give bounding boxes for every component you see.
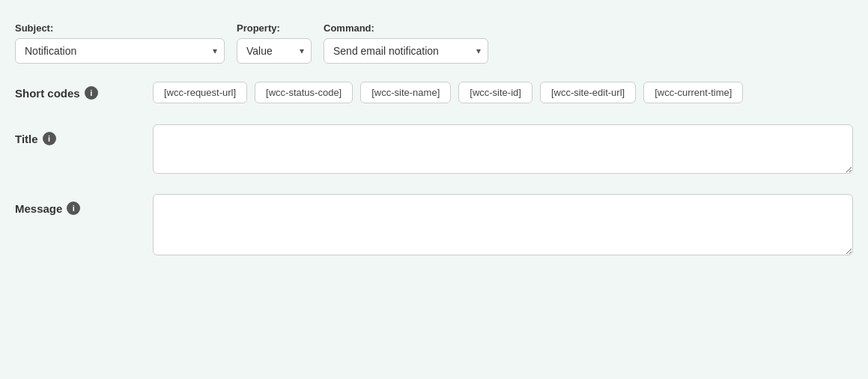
property-label: Property: [237,22,312,34]
subject-select-wrapper: Notification ▾ [15,38,225,64]
subject-select[interactable]: Notification [15,38,225,64]
short-codes-info-icon[interactable]: i [85,86,98,100]
title-row: Title i [15,124,853,176]
title-label-group: Title i [15,124,135,145]
short-codes-row: Short codes i [wcc-request-url][wcc-stat… [15,82,853,103]
top-row: Subject: Notification ▾ Property: Value … [15,22,853,64]
subject-label: Subject: [15,22,225,34]
short-code-tag[interactable]: [wcc-status-code] [255,82,353,103]
message-info-icon[interactable]: i [67,201,80,215]
short-code-tag[interactable]: [wcc-current-time] [643,82,743,103]
short-code-tag[interactable]: [wcc-site-edit-url] [540,82,636,103]
short-code-tag[interactable]: [wcc-request-url] [153,82,247,103]
property-select[interactable]: Value [237,38,312,64]
subject-group: Subject: Notification ▾ [15,22,225,64]
title-input-wrapper [153,124,853,176]
command-select[interactable]: Send email notification [324,38,488,64]
title-label: Title [15,133,38,145]
title-info-icon[interactable]: i [43,132,56,145]
message-input-wrapper [153,194,853,258]
short-codes-label: Short codes [15,87,80,100]
form-container: Subject: Notification ▾ Property: Value … [15,15,853,265]
message-label: Message [15,202,62,215]
short-code-tag[interactable]: [wcc-site-name] [360,82,451,103]
message-label-group: Message i [15,194,135,215]
message-row: Message i [15,194,853,258]
short-code-tag[interactable]: [wcc-site-id] [458,82,532,103]
short-codes-label-group: Short codes i [15,82,135,100]
command-label: Command: [324,22,488,34]
title-input[interactable] [153,124,853,174]
command-group: Command: Send email notification ▾ [324,22,488,64]
property-select-wrapper: Value ▾ [237,38,312,64]
property-group: Property: Value ▾ [237,22,312,64]
message-input[interactable] [153,194,853,255]
short-codes-wrapper: [wcc-request-url][wcc-status-code][wcc-s… [153,82,853,103]
command-select-wrapper: Send email notification ▾ [324,38,488,64]
